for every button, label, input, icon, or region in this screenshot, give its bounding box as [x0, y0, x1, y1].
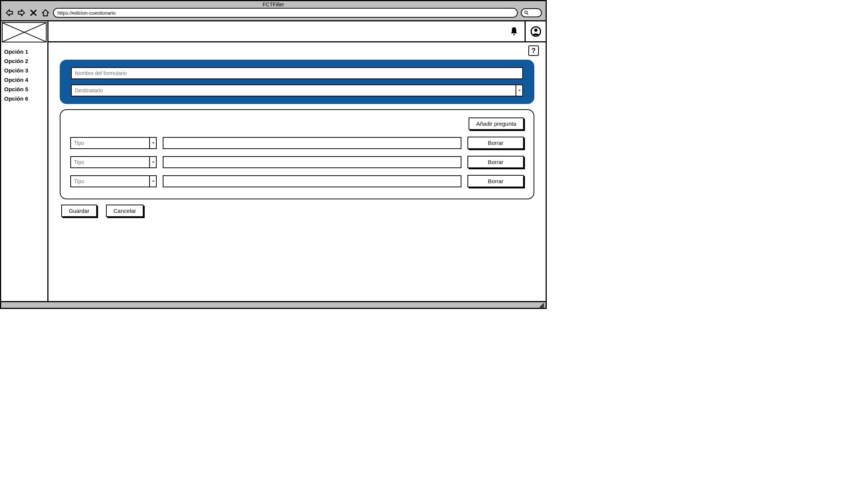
- question-type-input-2[interactable]: [70, 156, 157, 168]
- sidebar: Opción 1 Opción 2 Opción 3 Opción 4 Opci…: [1, 21, 48, 301]
- question-text-input-3[interactable]: [163, 175, 461, 187]
- help-row: ?: [48, 42, 546, 56]
- form-name-input[interactable]: [71, 67, 523, 79]
- sidebar-item-2[interactable]: Opción 2: [4, 56, 44, 66]
- search-button[interactable]: [521, 8, 542, 17]
- sidebar-item-1[interactable]: Opción 1: [4, 47, 44, 56]
- main-layout: Opción 1 Opción 2 Opción 3 Opción 4 Opci…: [1, 21, 546, 301]
- content: ? Añadir pregunta: [48, 21, 546, 301]
- help-icon[interactable]: ?: [528, 45, 539, 56]
- sidebar-item-5[interactable]: Opción 5: [4, 84, 44, 94]
- avatar-icon[interactable]: [525, 21, 546, 42]
- window-title: FCTFiller: [1, 1, 546, 8]
- delete-question-button-2[interactable]: Borrar: [467, 156, 524, 168]
- question-row-3: Borrar: [70, 175, 524, 187]
- resize-grip-icon[interactable]: [539, 303, 544, 308]
- question-row-1: Borrar: [70, 137, 524, 149]
- back-icon[interactable]: [5, 8, 14, 17]
- recipient-select[interactable]: [71, 84, 523, 96]
- questions-panel: Añadir pregunta Borrar B: [60, 109, 534, 199]
- browser-chrome: FCTFiller https://edicion-cuestionario: [1, 1, 546, 21]
- form-header-panel: [60, 60, 534, 104]
- bell-icon[interactable]: [504, 21, 525, 42]
- delete-question-button-1[interactable]: Borrar: [467, 137, 524, 149]
- sidebar-item-4[interactable]: Opción 4: [4, 75, 44, 84]
- footer-actions: Guardar Cancelar: [60, 205, 534, 217]
- delete-question-button-3[interactable]: Borrar: [467, 175, 524, 187]
- form-area: Añadir pregunta Borrar B: [48, 56, 546, 217]
- statusbar: [1, 301, 546, 308]
- question-type-select-1[interactable]: [70, 137, 157, 149]
- sidebar-item-6[interactable]: Opción 6: [4, 94, 44, 103]
- sidebar-list: Opción 1 Opción 2 Opción 3 Opción 4 Opci…: [1, 43, 47, 107]
- url-bar[interactable]: https://edicion-cuestionario: [53, 8, 518, 18]
- question-type-input-3[interactable]: [70, 175, 157, 187]
- question-type-select-2[interactable]: [70, 156, 157, 168]
- save-button[interactable]: Guardar: [61, 205, 97, 217]
- nav-row: https://edicion-cuestionario: [1, 8, 546, 19]
- question-text-input-1[interactable]: [163, 137, 461, 149]
- svg-line-1: [3, 23, 46, 42]
- cancel-button[interactable]: Cancelar: [106, 205, 144, 217]
- topbar: [48, 21, 546, 42]
- question-type-select-3[interactable]: [70, 175, 157, 187]
- home-icon[interactable]: [41, 8, 50, 17]
- logo-placeholder: [2, 22, 47, 42]
- svg-line-2: [3, 23, 46, 42]
- question-type-input-1[interactable]: [70, 137, 157, 149]
- svg-point-4: [534, 28, 537, 32]
- stop-icon[interactable]: [29, 8, 38, 17]
- add-question-button[interactable]: Añadir pregunta: [469, 117, 524, 130]
- sidebar-item-3[interactable]: Opción 3: [4, 66, 44, 75]
- recipient-select-input[interactable]: [71, 84, 523, 96]
- question-text-input-2[interactable]: [163, 156, 461, 168]
- forward-icon[interactable]: [17, 8, 26, 17]
- question-row-2: Borrar: [70, 156, 524, 168]
- add-question-row: Añadir pregunta: [70, 117, 524, 130]
